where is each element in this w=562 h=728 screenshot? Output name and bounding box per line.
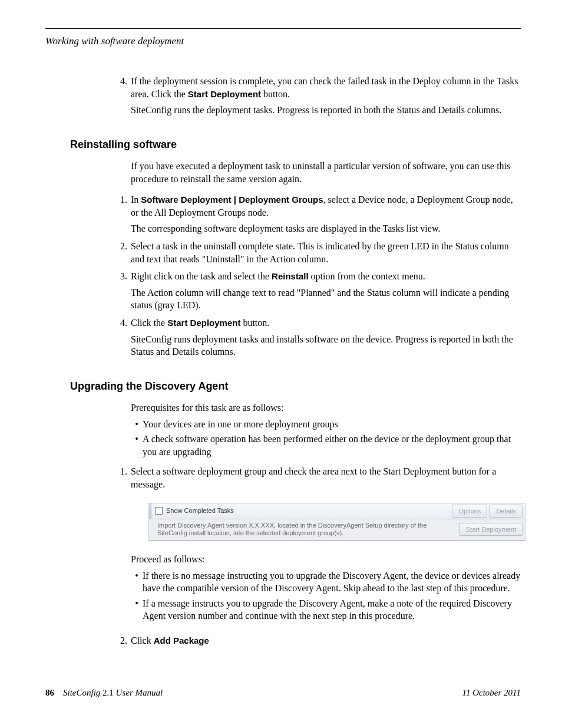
ui-path: Software Deployment | Deployment Groups bbox=[141, 195, 323, 205]
body-text: Proceed as follows: bbox=[131, 553, 525, 566]
tasks-message-row: Import Discovery Agent version X.X.XXX, … bbox=[149, 519, 525, 541]
body-text: In bbox=[131, 195, 141, 205]
list-number: 2. bbox=[113, 634, 131, 647]
bullet-icon: • bbox=[131, 569, 143, 595]
ui-label-reinstall: Reinstall bbox=[272, 271, 309, 281]
section-heading-reinstalling: Reinstalling software bbox=[70, 137, 521, 151]
product-name: SiteConfig bbox=[63, 688, 100, 697]
body-text: The Action column will change text to re… bbox=[131, 286, 521, 312]
bullet-icon: • bbox=[131, 597, 143, 622]
body-text: button. bbox=[261, 89, 290, 99]
list-item: If a message instructs you to upgrade th… bbox=[143, 597, 525, 622]
details-button[interactable]: Details bbox=[490, 505, 523, 518]
footer-date: 11 October 2011 bbox=[462, 687, 521, 699]
ui-label-start-deployment: Start Deployment bbox=[188, 89, 261, 99]
section-intro: If you have executed a deployment task t… bbox=[131, 160, 521, 185]
list-item: Your devices are in one or more deployme… bbox=[143, 418, 521, 431]
upgrade-steps: 1. Select a software deployment group an… bbox=[113, 465, 521, 647]
page: Working with software deployment 4. If t… bbox=[0, 0, 562, 728]
bullet-icon: • bbox=[131, 433, 143, 458]
list-number: 1. bbox=[113, 193, 131, 235]
ui-label-start-deployment: Start Deployment bbox=[167, 318, 240, 328]
tasks-message: Import Discovery Agent version X.X.XXX, … bbox=[154, 519, 456, 541]
product-version: 2.1 bbox=[100, 688, 115, 697]
ui-label-add-package: Add Package bbox=[154, 635, 209, 645]
options-button[interactable]: Options bbox=[452, 505, 487, 518]
list-number: 2. bbox=[113, 240, 131, 265]
list-number: 3. bbox=[113, 270, 131, 312]
section-intro: Prerequisites for this task are as follo… bbox=[131, 401, 521, 414]
body-text: SiteConfig runs deployment tasks and ins… bbox=[131, 333, 521, 358]
body-text: Select a task in the uninstall complete … bbox=[131, 240, 521, 265]
body-text: option from the context menu. bbox=[309, 271, 425, 281]
prereq-list: •Your devices are in one or more deploym… bbox=[131, 418, 521, 459]
top-rule bbox=[45, 28, 521, 29]
body-text: Click bbox=[131, 635, 154, 645]
body-text: The corresponding software deployment ta… bbox=[131, 222, 521, 235]
list-number: 1. bbox=[113, 465, 131, 630]
body-column: 4. If the deployment session is complete… bbox=[113, 75, 521, 647]
show-completed-label: Show Completed Tasks bbox=[166, 506, 234, 515]
page-footer: 86 SiteConfig 2.1 User Manual 11 October… bbox=[45, 687, 521, 699]
body-text: button. bbox=[240, 318, 269, 328]
tasks-toolbar: Show Completed Tasks Options Details bbox=[149, 503, 525, 519]
body-text: SiteConfig runs the deployment tasks. Pr… bbox=[131, 104, 521, 117]
proceed-list: •If there is no message instructing you … bbox=[131, 569, 525, 622]
tasks-panel: Show Completed Tasks Options Details Imp… bbox=[148, 503, 525, 542]
show-completed-checkbox[interactable] bbox=[155, 507, 163, 515]
list-item: If there is no message instructing you t… bbox=[143, 569, 525, 595]
body-text: Click the bbox=[131, 318, 167, 328]
start-deployment-button[interactable]: Start Deployment bbox=[459, 523, 523, 536]
grip-icon bbox=[149, 503, 151, 519]
list-number: 4. bbox=[113, 317, 131, 358]
bullet-icon: • bbox=[131, 418, 143, 431]
prev-section-step: 4. If the deployment session is complete… bbox=[113, 75, 521, 117]
doc-title: User Manual bbox=[116, 688, 163, 697]
body-text: Right click on the task and select the bbox=[131, 271, 272, 281]
list-number: 4. bbox=[113, 75, 131, 117]
list-item: A check software operation has been perf… bbox=[143, 433, 521, 458]
running-header: Working with software deployment bbox=[45, 35, 521, 48]
section-heading-upgrading: Upgrading the Discovery Agent bbox=[70, 379, 521, 393]
page-number: 86 bbox=[45, 688, 54, 697]
reinstall-steps: 1. In Software Deployment | Deployment G… bbox=[113, 193, 521, 358]
body-text: Select a software deployment group and c… bbox=[131, 466, 496, 489]
